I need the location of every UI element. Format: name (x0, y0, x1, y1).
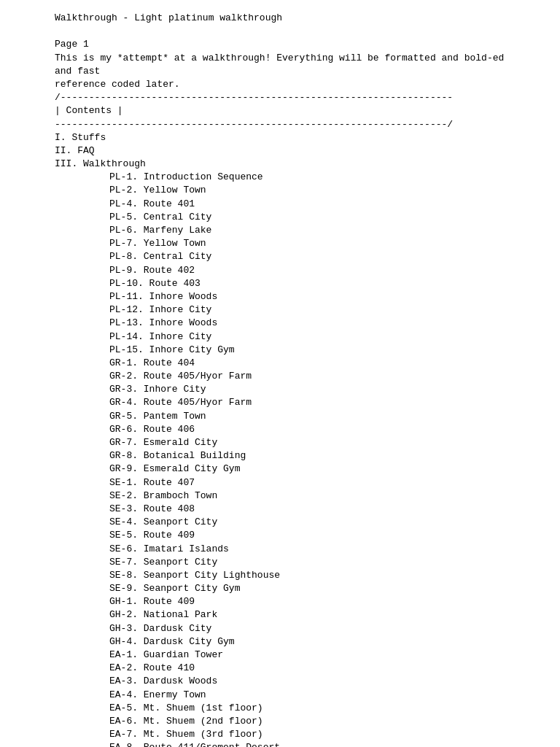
list-item: GR-9. Esmerald City Gym (109, 462, 451, 476)
list-item: GR-3. Inhore City (109, 383, 451, 396)
list-item: GR-6. Route 406 (109, 423, 451, 436)
list-item: PL-8. Central City (109, 250, 451, 263)
table-of-contents: PL-1. Introduction SequencePL-2. Yellow … (55, 171, 505, 747)
list-item: SE-6. Imatari Islands (109, 543, 451, 556)
list-item: PL-1. Introduction Sequence (109, 171, 451, 184)
list-item: PL-14. Inhore City (109, 330, 451, 344)
list-item: EA-2. Route 410 (109, 662, 451, 675)
list-item: GH-4. Dardusk City Gym (109, 635, 451, 649)
list-item: PL-5. Central City (109, 211, 451, 224)
list-item: PL-7. Yellow Town (109, 237, 451, 250)
list-item: PL-6. Marfeny Lake (109, 224, 451, 237)
list-item: GR-1. Route 404 (109, 357, 451, 370)
list-item: EA-7. Mt. Shuem (3rd floor) (109, 728, 451, 741)
list-item: EA-1. Guardian Tower (109, 649, 451, 662)
list-item: SE-4. Seanport City (109, 516, 451, 529)
list-item: GR-4. Route 405/Hyor Farm (109, 396, 451, 409)
list-item: SE-9. Seanport City Gym (109, 582, 451, 595)
list-item: SE-3. Route 408 (109, 503, 451, 516)
list-item: PL-4. Route 401 (109, 198, 451, 211)
list-item: SE-8. Seanport City Lighthouse (109, 569, 451, 582)
list-item: SE-7. Seanport City (109, 556, 451, 569)
page-title: Walkthrough - Light platinum walkthrough (55, 12, 282, 23)
list-item: GR-8. Botanical Building (109, 449, 451, 462)
list-item: PL-9. Route 402 (109, 264, 451, 277)
list-item: SE-2. Bramboch Town (109, 489, 451, 503)
list-item: PL-13. Inhore Woods (109, 317, 451, 330)
list-item: EA-3. Dardusk Woods (109, 675, 451, 688)
list-item: GR-2. Route 405/Hyor Farm (109, 370, 451, 383)
list-item: GH-3. Dardusk City (109, 622, 451, 635)
list-item: PL-12. Inhore City (109, 303, 451, 317)
list-item: PL-11. Inhore Woods (109, 290, 451, 303)
main-content: Walkthrough - Light platinum walkthrough… (55, 12, 505, 171)
list-item: PL-10. Route 403 (109, 277, 451, 290)
list-item: SE-5. Route 409 (109, 529, 451, 542)
list-item: GR-5. Pantem Town (109, 410, 451, 423)
list-item: EA-5. Mt. Shuem (1st floor) (109, 702, 451, 715)
list-item: PL-2. Yellow Town (109, 184, 451, 197)
list-item: EA-4. Enermy Town (109, 689, 451, 702)
list-item: GH-2. National Park (109, 608, 451, 622)
list-item: EA-6. Mt. Shuem (2nd floor) (109, 715, 451, 728)
list-item: GR-7. Esmerald City (109, 436, 451, 449)
list-item: GH-1. Route 409 (109, 595, 451, 608)
list-item: SE-1. Route 407 (109, 476, 451, 489)
list-item: EA-8. Route 411/Groment Desert (109, 741, 451, 747)
list-item: PL-15. Inhore City Gym (109, 344, 451, 357)
